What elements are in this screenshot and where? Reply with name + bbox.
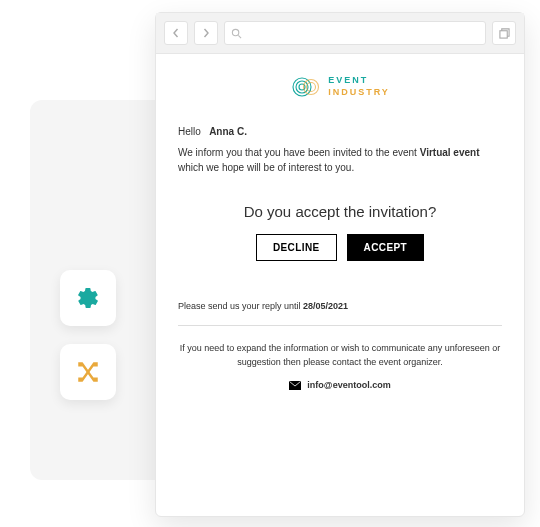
invitation-question: Do you accept the invitation? — [178, 203, 502, 220]
tools-cross-icon — [75, 359, 101, 385]
contact-email: info@eventool.com — [307, 379, 390, 393]
email-content: EVENT INDUSTRY Hello Anna C. We inform y… — [156, 54, 524, 516]
browser-toolbar — [156, 13, 524, 54]
back-button[interactable] — [164, 21, 188, 45]
recipient-name: Anna C. — [209, 126, 247, 137]
action-buttons: DECLINE ACCEPT — [178, 234, 502, 261]
forward-button[interactable] — [194, 21, 218, 45]
footer-email[interactable]: info@eventool.com — [178, 379, 502, 393]
invitation-body: We inform you that you have been invited… — [178, 145, 502, 175]
gear-icon — [76, 286, 100, 310]
logo-rings-icon — [290, 72, 320, 102]
reply-deadline: Please send us your reply until 28/05/20… — [178, 301, 502, 311]
reply-text: Please send us your reply until — [178, 301, 303, 311]
svg-rect-2 — [499, 30, 506, 37]
chevron-left-icon — [171, 28, 181, 38]
settings-tile[interactable] — [60, 270, 116, 326]
accept-button[interactable]: ACCEPT — [347, 234, 425, 261]
divider — [178, 325, 502, 326]
envelope-icon — [289, 381, 301, 390]
event-name: Virtual event — [420, 147, 480, 158]
tools-tile[interactable] — [60, 344, 116, 400]
svg-line-1 — [238, 35, 241, 38]
body-part2: which we hope will be of interest to you… — [178, 162, 354, 173]
greeting-hello: Hello — [178, 126, 201, 137]
copy-icon — [499, 28, 510, 39]
address-bar[interactable] — [224, 21, 486, 45]
footer-text: If you need to expand the information or… — [178, 342, 502, 369]
chevron-right-icon — [201, 28, 211, 38]
logo-text: EVENT INDUSTRY — [328, 75, 390, 98]
body-part1: We inform you that you have been invited… — [178, 147, 420, 158]
brand-logo: EVENT INDUSTRY — [178, 72, 502, 102]
reply-date: 28/05/2021 — [303, 301, 348, 311]
logo-line-1: EVENT — [328, 75, 390, 87]
footer: If you need to expand the information or… — [178, 342, 502, 393]
greeting-line: Hello Anna C. — [178, 126, 502, 137]
browser-window: EVENT INDUSTRY Hello Anna C. We inform y… — [155, 12, 525, 517]
decline-button[interactable]: DECLINE — [256, 234, 337, 261]
svg-point-0 — [232, 29, 238, 35]
windows-button[interactable] — [492, 21, 516, 45]
logo-line-2: INDUSTRY — [328, 87, 390, 99]
address-input[interactable] — [242, 27, 479, 39]
search-icon — [231, 28, 242, 39]
